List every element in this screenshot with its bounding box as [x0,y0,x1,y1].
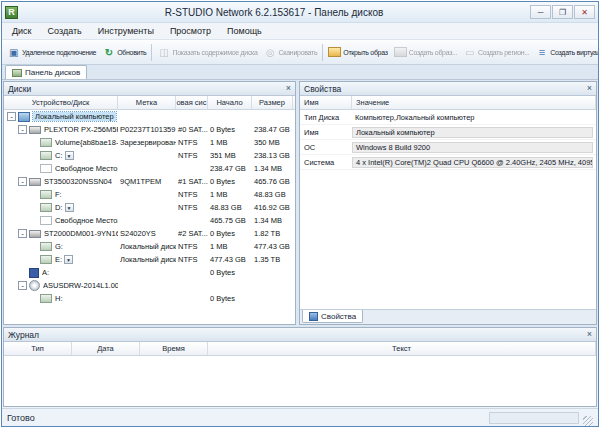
properties-close-icon[interactable]: × [587,84,592,93]
disk-row[interactable]: E:▼Локальный дискNTFS477.43 GB1.35 TB [4,253,295,266]
disks-column-headers: Устройство/ДискМеткаовая сисНачалоРазмер [4,96,295,110]
label-cell [118,162,176,175]
device-name: A: [42,268,49,277]
disks-column-header[interactable]: Начало [208,96,252,109]
volume-dropdown-icon[interactable]: ▼ [65,203,74,212]
disk-row[interactable]: -ST2000DM001-9YN164CC46S24020YS#2 SAT...… [4,227,295,240]
floppy-icon [29,268,39,278]
filesystem-cell: NTFS [176,201,208,214]
expander-icon[interactable]: - [18,229,27,238]
properties-tab-icon [309,312,318,321]
free-icon [40,216,52,225]
minimize-button[interactable]: ─ [530,5,551,19]
volume-dropdown-icon[interactable]: ▼ [64,255,73,264]
property-row[interactable]: ИмяЛокальный компьютер [300,125,596,140]
property-row[interactable]: ОСWindows 8 Build 9200 [300,140,596,155]
label-cell [118,110,176,123]
journal-column-header[interactable]: Текст [208,342,596,355]
close-button[interactable]: ✕ [574,5,595,19]
disk-row[interactable]: Свободное Место18238.47 GB1.34 MB [4,162,295,175]
menu-item-1[interactable]: Создать [40,24,90,38]
menu-item-2[interactable]: Инструменты [90,24,162,38]
title-bar[interactable]: R R-STUDIO Network 6.2.153617 - Панель д… [2,2,598,23]
label-cell: 9QM1TPEM [118,175,176,188]
disk-row[interactable]: C:▼NTFS351 MB238.13 GB [4,149,295,162]
label-cell [118,266,176,279]
menu-item-4[interactable]: Помощь [219,24,270,38]
properties-column-headers: ИмяЗначение [300,96,596,110]
toolbar: Удаленное подключениеОбновитьПоказать со… [2,40,598,65]
refresh-button[interactable]: Обновить [99,43,149,62]
journal-column-header[interactable]: Дата [72,342,140,355]
disks-panel: Диски × Устройство/ДискМеткаовая сисНача… [3,81,296,325]
menu-item-0[interactable]: Диск [4,24,40,38]
maximize-button[interactable]: ❐ [552,5,573,19]
start-cell: 238.47 GB [208,162,252,175]
disks-column-header[interactable]: овая сис [176,96,208,109]
journal-panel-header: Журнал × [4,328,596,342]
disk-row[interactable]: D:▼NTFS48.83 GB416.92 GB [4,201,295,214]
journal-panel: Журнал × ТипДатаВремяТекст [3,327,597,407]
tab-properties[interactable]: Свойства [302,310,363,323]
menu-item-3[interactable]: Просмотр [162,24,219,38]
disk-row[interactable]: -Локальный компьютер [4,110,295,123]
toolbar-separator [151,44,152,61]
hdd-icon [29,126,41,134]
device-cell: -ASUSDRW-2014L1.00 [4,279,118,292]
start-cell: 0 Bytes [208,292,252,305]
device-cell: A: [4,266,118,279]
device-cell: F: [4,188,118,201]
tab-disk-panel[interactable]: Панель дисков [5,65,87,79]
open-image-button[interactable]: Открыть образ [325,44,390,60]
disk-row[interactable]: -ASUSDRW-2014L1.00 [4,279,295,292]
disks-panel-header: Диски × [4,82,295,96]
create-raid-button[interactable]: Создать виртуальный RAID▼ [532,43,598,62]
disks-column-header[interactable]: Устройство/Диск [4,96,118,109]
remote-connect-button[interactable]: Удаленное подключение [4,43,99,62]
device-name: E: [55,255,62,264]
volume-icon [40,190,52,199]
disk-row[interactable]: Volume{ab8bae18-25e-...Зарезервирован...… [4,136,295,149]
volume-icon [40,138,52,147]
main-area: Диски × Устройство/ДискМеткаовая сисНача… [2,80,598,327]
disks-close-icon[interactable]: × [286,84,291,93]
property-value: Компьютер,Локальный компьютер [352,113,596,122]
volume-dropdown-icon[interactable]: ▼ [65,151,74,160]
device-name: D: [55,203,63,212]
size-cell [252,279,293,292]
tab-strip: Панель дисков [2,65,598,80]
expander-icon[interactable]: - [18,281,27,290]
computer-icon [18,112,30,122]
disk-row[interactable]: -PLEXTOR PX-256M5P1.02P02237T101359#0 SA… [4,123,295,136]
disk-row[interactable]: F:NTFS1 MB48.83 GB [4,188,295,201]
expander-icon[interactable]: - [18,177,27,186]
properties-column-header[interactable]: Значение [352,96,596,109]
start-cell: 1 MB [208,188,252,201]
disk-row[interactable]: A:0 Bytes [4,266,295,279]
journal-column-header[interactable]: Время [140,342,208,355]
properties-column-header[interactable]: Имя [300,96,352,109]
journal-column-header[interactable]: Тип [4,342,72,355]
filesystem-cell: #2 SAT... [176,227,208,240]
size-cell [252,292,293,305]
disks-column-header[interactable]: Размер [252,96,293,109]
properties-bottom-tabs: Свойства [300,309,596,324]
device-name: H: [55,294,63,303]
tab-disk-panel-label: Панель дисков [25,68,80,77]
tab-properties-label: Свойства [321,312,356,321]
journal-close-icon[interactable]: × [587,330,592,339]
status-bar: Готово [2,408,598,426]
disks-column-header[interactable]: Метка [118,96,176,109]
resize-grip[interactable] [583,416,593,426]
volume-icon [40,203,52,212]
property-row[interactable]: Тип ДискаКомпьютер,Локальный компьютер [300,110,596,125]
property-row[interactable]: Система4 x Intel(R) Core(TM)2 Quad CPU Q… [300,155,596,170]
disk-row[interactable]: -ST3500320NSSN049QM1TPEM#1 SAT...0 Bytes… [4,175,295,188]
start-cell: 0 Bytes [208,175,252,188]
disk-row[interactable]: G:Локальный дискNTFS1 MB477.43 GB [4,240,295,253]
disk-row[interactable]: H:0 Bytes [4,292,295,305]
expander-icon[interactable]: - [18,125,27,134]
expander-icon[interactable]: - [7,112,16,121]
volume-icon [40,255,52,264]
disk-row[interactable]: Свободное Место21465.75 GB1.34 MB [4,214,295,227]
